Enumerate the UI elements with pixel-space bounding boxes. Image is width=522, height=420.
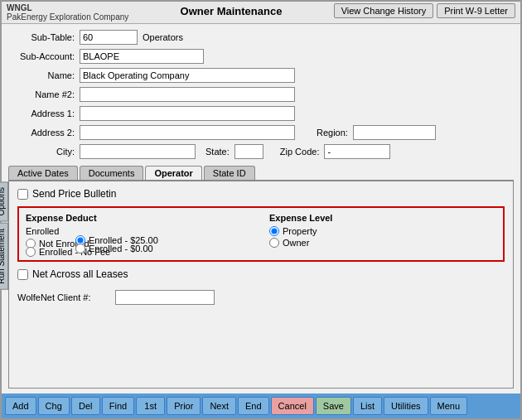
next-button[interactable]: Next: [202, 397, 236, 415]
find-button[interactable]: Find: [102, 397, 134, 415]
sub-table-input[interactable]: [80, 30, 138, 45]
wolfenet-label: WolfeNet Client #:: [17, 292, 109, 302]
tab-state-id[interactable]: State ID: [204, 166, 255, 180]
owner-row: Owner: [269, 238, 496, 248]
name-input[interactable]: [80, 68, 295, 83]
region-label: Region:: [317, 128, 348, 138]
address2-row: Address 2: Region:: [8, 124, 514, 141]
sub-table-suffix: Operators: [143, 32, 183, 42]
address2-input[interactable]: [80, 125, 295, 140]
wolfenet-input[interactable]: [115, 290, 215, 305]
sub-table-label: Sub-Table:: [8, 32, 75, 42]
state-input[interactable]: [234, 144, 263, 159]
enrolled-0-radio[interactable]: [75, 244, 85, 253]
enrolled-no-fee-radio[interactable]: [26, 247, 36, 257]
app-name: WNGL: [7, 3, 128, 12]
address1-row: Address 1:: [8, 105, 514, 122]
cancel-button[interactable]: Cancel: [271, 397, 314, 415]
city-label: City:: [8, 147, 75, 157]
tabs-container: Active Dates Documents Operator State ID…: [8, 166, 514, 389]
send-price-bulletin-row: Send Price Bulletin: [17, 188, 505, 200]
company-name: PakEnergy Exploration Company: [7, 12, 128, 22]
tab-operator[interactable]: Operator: [145, 166, 201, 180]
state-label: State:: [205, 147, 230, 157]
address2-label: Address 2:: [8, 128, 75, 138]
save-button[interactable]: Save: [316, 397, 351, 415]
zip-label: Zip Code:: [280, 147, 320, 157]
sub-table-row: Sub-Table: Operators: [8, 29, 514, 46]
property-radio[interactable]: [269, 226, 279, 236]
name2-row: Name #2:: [8, 86, 514, 103]
net-across-label: Net Across all Leases: [32, 268, 128, 280]
del-button[interactable]: Del: [71, 397, 100, 415]
property-row: Property: [269, 226, 496, 236]
name-row: Name:: [8, 67, 514, 84]
city-row: City: State: Zip Code:: [8, 143, 514, 160]
address1-input[interactable]: [80, 106, 295, 121]
name-label: Name:: [8, 70, 75, 80]
header-buttons: View Change History Print W-9 Letter: [334, 3, 515, 18]
zip-input[interactable]: [324, 144, 390, 159]
header-left: WNGL PakEnergy Exploration Company: [7, 3, 128, 22]
first-button[interactable]: 1st: [136, 397, 165, 415]
chg-button[interactable]: Chg: [38, 397, 70, 415]
list-button[interactable]: List: [353, 397, 382, 415]
send-price-bulletin-checkbox[interactable]: [17, 189, 28, 200]
address1-label: Address 1:: [8, 109, 75, 118]
property-label: Property: [283, 226, 317, 236]
tab-inner: Send Price Bulletin Expense Deduct Enrol…: [9, 181, 513, 388]
sub-account-label: Sub-Account:: [8, 51, 75, 61]
expense-deduct-left: Expense Deduct Enrolled Not Enrolled Enr…: [26, 213, 253, 255]
expense-deduct-title: Expense Deduct: [26, 213, 253, 223]
view-change-history-button[interactable]: View Change History: [334, 3, 434, 18]
side-labels: Options Run Statement: [0, 181, 8, 290]
enrolled-0-label: Enrolled - $0.00: [89, 244, 153, 253]
window-title: Owner Maintenance: [128, 3, 333, 17]
region-input[interactable]: [353, 125, 436, 140]
net-across-checkbox[interactable]: [17, 269, 28, 280]
bottom-bar: Add Chg Del Find 1st Prior Next End Canc…: [2, 393, 520, 418]
expense-deduct-section: Expense Deduct Enrolled Not Enrolled Enr…: [17, 206, 505, 262]
name2-label: Name #2:: [8, 89, 75, 99]
options-side-label[interactable]: Options: [0, 181, 8, 221]
sub-account-row: Sub-Account:: [8, 48, 514, 65]
tab-active-dates[interactable]: Active Dates: [8, 166, 78, 180]
wolfenet-row: WolfeNet Client #:: [17, 290, 505, 305]
net-across-row: Net Across all Leases: [17, 268, 505, 280]
city-input[interactable]: [80, 144, 196, 159]
menu-button[interactable]: Menu: [430, 397, 468, 415]
end-button[interactable]: End: [238, 397, 269, 415]
content-area: Sub-Table: Operators Sub-Account: Name: …: [2, 24, 520, 393]
name2-input[interactable]: [80, 87, 295, 102]
main-window: WNGL PakEnergy Exploration Company Owner…: [0, 0, 522, 420]
owner-radio[interactable]: [269, 238, 279, 248]
window-header: WNGL PakEnergy Exploration Company Owner…: [2, 2, 520, 24]
add-button[interactable]: Add: [5, 397, 36, 415]
tab-bar: Active Dates Documents Operator State ID: [8, 166, 514, 181]
utilities-button[interactable]: Utilities: [384, 397, 428, 415]
expense-level-title: Expense Level: [269, 213, 496, 223]
print-w9-button[interactable]: Print W-9 Letter: [437, 3, 515, 18]
run-statement-side-label[interactable]: Run Statement: [0, 223, 8, 290]
prior-button[interactable]: Prior: [167, 397, 201, 415]
tab-documents[interactable]: Documents: [80, 166, 144, 180]
tab-content: Options Run Statement Send Price Bulleti…: [8, 181, 514, 389]
enrolled-0-row: Enrolled - $0.00: [75, 244, 253, 253]
sub-account-input[interactable]: [80, 49, 204, 64]
expense-level-section: Expense Level Property Owner: [269, 213, 496, 255]
owner-label: Owner: [283, 238, 309, 248]
send-price-bulletin-label: Send Price Bulletin: [32, 188, 116, 200]
